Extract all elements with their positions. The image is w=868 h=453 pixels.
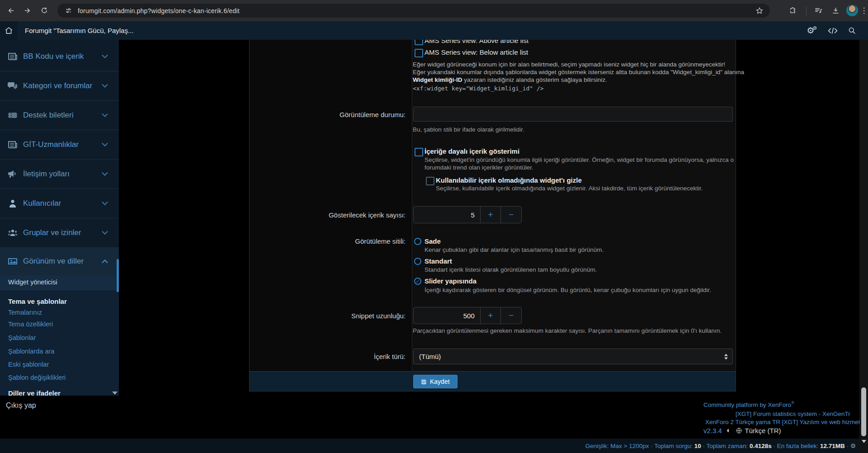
style-radio-slider[interactable]: ✓ bbox=[414, 278, 421, 285]
style-option-simple: Sade bbox=[425, 237, 441, 245]
chevron-down-icon bbox=[102, 113, 108, 117]
context-desc-line2: forumdaki trend olan içerikler görüntüle… bbox=[425, 164, 533, 171]
scrollbar-thumb[interactable] bbox=[861, 387, 866, 436]
browser-menu-icon[interactable]: ⋮ bbox=[859, 5, 868, 16]
sidebar-link-style-properties[interactable]: Tema özellikleri bbox=[8, 321, 53, 328]
display-condition-input[interactable] bbox=[413, 107, 733, 122]
save-button[interactable]: Kaydet bbox=[413, 375, 458, 388]
chevron-down-icon bbox=[102, 172, 108, 176]
style-desc-standard: Standart içerik listesi olarak görüntüle… bbox=[425, 266, 597, 273]
extensions-icon[interactable] bbox=[788, 5, 798, 16]
time-label: Toplam zaman: bbox=[707, 443, 748, 449]
registered-mark: ® bbox=[791, 401, 794, 405]
submenu-active-row[interactable]: Widget yöneticisi bbox=[0, 275, 119, 290]
sidebar-item-forums[interactable]: Kategori ve forumlar bbox=[0, 71, 119, 101]
snippet-value[interactable]: 500 bbox=[414, 307, 480, 324]
display-condition-hint: Bu, şablon stili bir ifade olarak girilm… bbox=[413, 126, 524, 133]
count-decrement-button[interactable]: − bbox=[500, 207, 521, 223]
position-below-checkbox[interactable] bbox=[415, 49, 423, 57]
form-column-separator bbox=[412, 40, 412, 372]
hide-empty-checkbox[interactable] bbox=[426, 177, 434, 185]
count-label: Gösterilecek içerik sayısı: bbox=[259, 211, 406, 219]
dot-sep: · bbox=[651, 443, 653, 449]
sidebar-link-widget-manager[interactable]: Widget yöneticisi bbox=[8, 278, 57, 286]
style-desc-simple: Kenar çubukları gibi dar alanlar için ta… bbox=[425, 246, 604, 253]
chevron-up-icon bbox=[102, 260, 108, 264]
sidebar-item-appearance[interactable]: Görünüm ve diller bbox=[0, 247, 119, 275]
sidebar-item-communication[interactable]: İletişim yolları bbox=[0, 159, 119, 189]
screen: forumgit.com/admin.php?widgets/one-c-kan… bbox=[0, 0, 868, 453]
download-icon[interactable] bbox=[830, 5, 841, 16]
toolbar-divider bbox=[806, 6, 807, 15]
sidebar-item-bbcode[interactable]: BB Kodu ve içerik bbox=[0, 42, 119, 71]
sidebar-scrollbar-thumb[interactable] bbox=[117, 259, 119, 292]
note-tail: yazaran istediğiniz alanda gösterim sağl… bbox=[462, 76, 607, 83]
style-desc-slider: İçeriği kaydırarak gösteren bir döngüsel… bbox=[425, 287, 711, 293]
ticket-icon bbox=[7, 110, 18, 121]
xenforo-copyright-link[interactable]: Community platform by XenForo® bbox=[703, 401, 794, 408]
display-condition-label: Görüntüleme durumu: bbox=[259, 111, 406, 118]
home-icon[interactable] bbox=[0, 21, 17, 40]
sidebar-link-your-styles[interactable]: Temalarınız bbox=[8, 309, 42, 316]
chevron-down-icon bbox=[102, 231, 108, 235]
logout-link[interactable]: Çıkış yap bbox=[6, 401, 36, 410]
browser-toolbar: forumgit.com/admin.php?widgets/one-c-kan… bbox=[0, 0, 868, 21]
count-value[interactable]: 5 bbox=[414, 207, 480, 223]
style-variation-icon[interactable]: ◐ bbox=[726, 426, 731, 434]
media-controls-icon[interactable] bbox=[813, 5, 824, 16]
sidebar-item-git[interactable]: GİT-Uzmanlıklar bbox=[0, 130, 119, 160]
snippet-increment-button[interactable]: + bbox=[480, 307, 501, 324]
page-scrollbar[interactable] bbox=[859, 21, 868, 453]
back-icon[interactable] bbox=[5, 5, 16, 16]
site-info-icon[interactable] bbox=[65, 7, 72, 14]
scroll-down-icon[interactable] bbox=[862, 440, 866, 443]
url-text[interactable]: forumgit.com/admin.php?widgets/one-c-kan… bbox=[78, 7, 240, 14]
submenu-section-title: Tema ve şablonlar bbox=[8, 297, 67, 305]
user-icon bbox=[7, 198, 18, 209]
style-radio-standard[interactable] bbox=[414, 258, 421, 265]
debug-gear-icon[interactable]: ⚙ bbox=[850, 443, 856, 449]
sidebar-item-label: Kategori ve forumlar bbox=[23, 81, 92, 90]
appearance-submenu: Widget yöneticisi Tema ve şablonlar Tema… bbox=[0, 275, 119, 396]
addon-credit-link-2[interactable]: XenForo 2 Türkçe yama TR [XGT] Yazılım v… bbox=[705, 419, 868, 425]
sidebar-link-outdated-templates[interactable]: Eski şablonlar bbox=[8, 361, 49, 368]
content-type-select[interactable]: (Tümü) bbox=[413, 349, 733, 364]
context-desc-line1: Seçilirse, widget'in göründüğü konumla i… bbox=[425, 156, 734, 163]
language-chooser[interactable]: Türkçe (TR) bbox=[736, 427, 781, 434]
widget-edit-form: AMS Series view: Above article list AMS … bbox=[249, 40, 736, 392]
hide-empty-label: Kullanılabilir içerik olmadığında widget… bbox=[436, 176, 582, 184]
snippet-decrement-button[interactable]: − bbox=[500, 307, 521, 324]
snippet-stepper: 500 + − bbox=[413, 307, 522, 324]
sidebar-scroll-down-icon[interactable] bbox=[112, 392, 118, 395]
version-text: v2.3.4 bbox=[703, 427, 722, 434]
sidebar-link-template-modifications[interactable]: Şablon değişiklikleri bbox=[8, 374, 66, 381]
code-icon[interactable] bbox=[825, 21, 841, 40]
position-note-line1: Eğer widget görüneceği konum için bir al… bbox=[413, 61, 725, 68]
reload-icon[interactable] bbox=[39, 5, 50, 16]
sidebar-item-groups[interactable]: Gruplar ve izinler bbox=[0, 218, 119, 248]
profile-avatar[interactable] bbox=[846, 5, 858, 16]
sidebar-link-templates[interactable]: Şablonlar bbox=[8, 334, 36, 341]
style-option-slider: Slider yapısında bbox=[425, 277, 476, 285]
context-label: İçeriğe dayalı içerik gösterimi bbox=[425, 147, 519, 155]
bookmark-star-icon[interactable] bbox=[755, 7, 764, 15]
style-label: Görütüleme sitili: bbox=[259, 237, 406, 245]
sidebar-item-users[interactable]: Kullanıcılar bbox=[0, 189, 119, 218]
context-checkbox[interactable] bbox=[415, 148, 423, 156]
width-value: Max > 1200px bbox=[610, 443, 649, 449]
options-gears-icon[interactable]: ⚙⚙ bbox=[804, 21, 820, 40]
sidebar-item-tickets[interactable]: Destek biletleri bbox=[0, 100, 119, 130]
style-radio-simple[interactable] bbox=[414, 238, 421, 245]
address-bar[interactable]: forumgit.com/admin.php?widgets/one-c-kan… bbox=[57, 4, 770, 18]
save-icon bbox=[421, 379, 427, 385]
search-icon[interactable] bbox=[844, 21, 860, 40]
addon-credit-link-1[interactable]: [XGT] Forum statistics system - XenGenTr bbox=[736, 411, 850, 417]
sidebar-link-languages-partial[interactable]: Diller ve ifadeler bbox=[8, 389, 61, 396]
save-button-label: Kaydet bbox=[430, 378, 450, 385]
sidebar-link-search-templates[interactable]: Şablonlarda ara bbox=[8, 348, 54, 355]
widget-id-bold: Widget kimliği-ID bbox=[413, 76, 462, 83]
count-stepper: 5 + − bbox=[413, 206, 522, 223]
forward-icon[interactable] bbox=[22, 5, 33, 16]
debug-stats: Genişlik: Max > 1200px · Toplam sorgu: 1… bbox=[585, 442, 856, 449]
count-increment-button[interactable]: + bbox=[480, 207, 501, 223]
